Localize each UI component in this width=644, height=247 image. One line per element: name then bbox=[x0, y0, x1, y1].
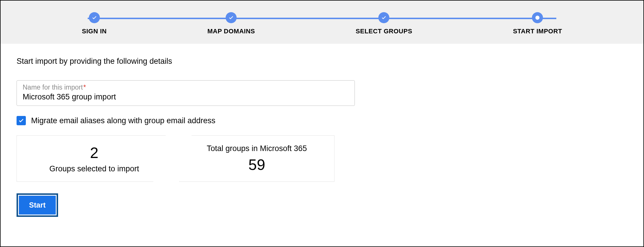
step-sign-in[interactable]: SIGN IN bbox=[82, 12, 107, 35]
check-icon bbox=[378, 12, 389, 23]
main-content: Start import by providing the following … bbox=[1, 44, 643, 230]
intro-text: Start import by providing the following … bbox=[17, 57, 627, 66]
migrate-aliases-row: Migrate email aliases along with group e… bbox=[17, 116, 627, 125]
stats-row: 2 Groups selected to import Total groups… bbox=[17, 135, 627, 182]
import-name-label-text: Name for this import bbox=[23, 83, 83, 91]
check-icon bbox=[89, 12, 100, 23]
required-asterisk: * bbox=[83, 83, 86, 91]
step-label: SIGN IN bbox=[82, 28, 107, 35]
migrate-aliases-checkbox[interactable] bbox=[17, 116, 26, 125]
step-label: START IMPORT bbox=[513, 28, 562, 35]
step-select-groups[interactable]: SELECT GROUPS bbox=[356, 12, 412, 35]
stepper-connector-line bbox=[88, 18, 556, 19]
import-name-input[interactable] bbox=[23, 92, 349, 101]
start-button-highlight: Start bbox=[17, 193, 58, 217]
start-button[interactable]: Start bbox=[19, 196, 56, 215]
check-icon bbox=[18, 118, 24, 124]
step-label: MAP DOMAINS bbox=[207, 28, 255, 35]
groups-selected-label: Groups selected to import bbox=[23, 164, 166, 173]
step-start-import[interactable]: START IMPORT bbox=[513, 12, 562, 35]
import-name-label: Name for this import* bbox=[23, 83, 349, 91]
step-map-domains[interactable]: MAP DOMAINS bbox=[207, 12, 255, 35]
migrate-aliases-label: Migrate email aliases along with group e… bbox=[31, 116, 215, 125]
wizard-stepper: SIGN IN MAP DOMAINS SELECT GROUPS START … bbox=[1, 1, 643, 44]
total-groups-count: 59 bbox=[185, 156, 328, 173]
check-icon bbox=[226, 12, 237, 23]
total-groups-label: Total groups in Microsoft 365 bbox=[185, 144, 328, 153]
groups-selected-card: 2 Groups selected to import bbox=[17, 135, 172, 182]
total-groups-card: Total groups in Microsoft 365 59 bbox=[179, 135, 334, 182]
import-name-field-group[interactable]: Name for this import* bbox=[17, 80, 355, 106]
step-label: SELECT GROUPS bbox=[356, 28, 412, 35]
groups-selected-count: 2 bbox=[23, 144, 166, 161]
current-step-icon bbox=[532, 12, 543, 23]
